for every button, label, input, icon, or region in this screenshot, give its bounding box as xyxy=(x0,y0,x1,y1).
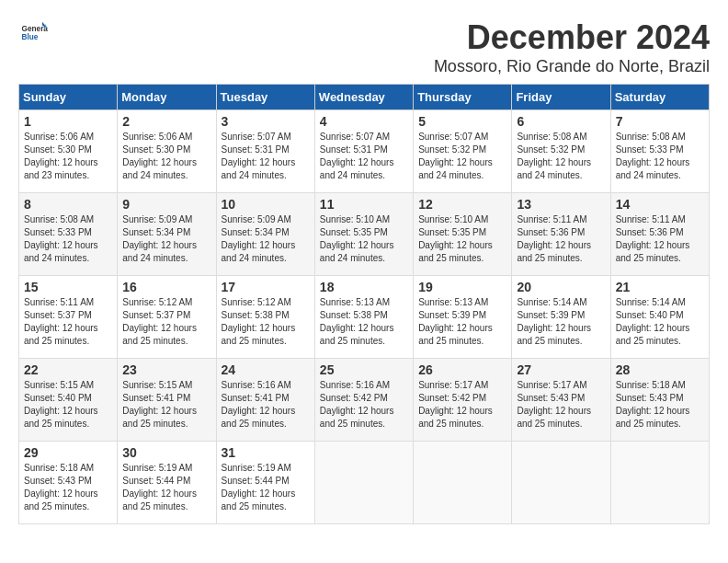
calendar-week-row: 1Sunrise: 5:06 AM Sunset: 5:30 PM Daylig… xyxy=(19,110,710,193)
day-info: Sunrise: 5:18 AM Sunset: 5:43 PM Dayligh… xyxy=(24,462,112,513)
day-info: Sunrise: 5:17 AM Sunset: 5:43 PM Dayligh… xyxy=(517,379,605,431)
table-row: 11Sunrise: 5:10 AM Sunset: 5:35 PM Dayli… xyxy=(314,193,413,276)
table-row: 26Sunrise: 5:17 AM Sunset: 5:42 PM Dayli… xyxy=(414,359,512,442)
day-number: 13 xyxy=(517,197,605,212)
table-row: 30Sunrise: 5:19 AM Sunset: 5:44 PM Dayli… xyxy=(118,442,216,524)
table-row: 5Sunrise: 5:07 AM Sunset: 5:32 PM Daylig… xyxy=(414,110,512,193)
table-row: 2Sunrise: 5:06 AM Sunset: 5:30 PM Daylig… xyxy=(118,110,216,193)
day-info: Sunrise: 5:14 AM Sunset: 5:39 PM Dayligh… xyxy=(517,296,605,348)
svg-text:Blue: Blue xyxy=(22,33,39,41)
day-info: Sunrise: 5:16 AM Sunset: 5:41 PM Dayligh… xyxy=(222,379,310,431)
calendar-header-row: Sunday Monday Tuesday Wednesday Thursday… xyxy=(19,85,710,110)
day-number: 10 xyxy=(222,197,310,212)
table-row: 7Sunrise: 5:08 AM Sunset: 5:33 PM Daylig… xyxy=(610,110,709,193)
day-info: Sunrise: 5:07 AM Sunset: 5:31 PM Dayligh… xyxy=(222,131,310,182)
table-row xyxy=(512,442,610,524)
day-info: Sunrise: 5:06 AM Sunset: 5:30 PM Dayligh… xyxy=(24,131,112,182)
day-info: Sunrise: 5:08 AM Sunset: 5:33 PM Dayligh… xyxy=(24,213,112,265)
day-info: Sunrise: 5:12 AM Sunset: 5:38 PM Dayligh… xyxy=(222,296,310,348)
calendar-week-row: 15Sunrise: 5:11 AM Sunset: 5:37 PM Dayli… xyxy=(19,276,710,359)
table-row: 8Sunrise: 5:08 AM Sunset: 5:33 PM Daylig… xyxy=(19,193,118,276)
day-info: Sunrise: 5:19 AM Sunset: 5:44 PM Dayligh… xyxy=(122,462,210,513)
table-row: 23Sunrise: 5:15 AM Sunset: 5:41 PM Dayli… xyxy=(118,359,216,442)
day-number: 5 xyxy=(418,114,506,129)
col-wednesday: Wednesday xyxy=(314,85,413,110)
table-row: 22Sunrise: 5:15 AM Sunset: 5:40 PM Dayli… xyxy=(19,359,118,442)
calendar-body: 1Sunrise: 5:06 AM Sunset: 5:30 PM Daylig… xyxy=(19,110,710,524)
col-saturday: Saturday xyxy=(610,85,709,110)
col-tuesday: Tuesday xyxy=(216,85,314,110)
calendar-table: Sunday Monday Tuesday Wednesday Thursday… xyxy=(18,84,710,524)
day-number: 1 xyxy=(24,114,112,129)
day-number: 8 xyxy=(24,197,112,212)
table-row: 21Sunrise: 5:14 AM Sunset: 5:40 PM Dayli… xyxy=(610,276,709,359)
table-row: 31Sunrise: 5:19 AM Sunset: 5:44 PM Dayli… xyxy=(216,442,314,524)
day-info: Sunrise: 5:07 AM Sunset: 5:31 PM Dayligh… xyxy=(320,131,408,182)
day-number: 12 xyxy=(418,197,506,212)
day-info: Sunrise: 5:15 AM Sunset: 5:40 PM Dayligh… xyxy=(24,379,112,431)
day-info: Sunrise: 5:15 AM Sunset: 5:41 PM Dayligh… xyxy=(122,379,210,431)
day-info: Sunrise: 5:09 AM Sunset: 5:34 PM Dayligh… xyxy=(222,213,310,265)
logo: General Blue xyxy=(18,18,48,46)
table-row: 1Sunrise: 5:06 AM Sunset: 5:30 PM Daylig… xyxy=(19,110,118,193)
table-row: 17Sunrise: 5:12 AM Sunset: 5:38 PM Dayli… xyxy=(216,276,314,359)
day-number: 2 xyxy=(122,114,210,129)
day-number: 16 xyxy=(122,280,210,294)
day-info: Sunrise: 5:10 AM Sunset: 5:35 PM Dayligh… xyxy=(418,213,506,265)
day-number: 3 xyxy=(222,114,310,129)
calendar-week-row: 22Sunrise: 5:15 AM Sunset: 5:40 PM Dayli… xyxy=(19,359,710,442)
day-info: Sunrise: 5:18 AM Sunset: 5:43 PM Dayligh… xyxy=(616,379,704,431)
day-number: 7 xyxy=(616,114,704,129)
day-number: 9 xyxy=(122,197,210,212)
table-row: 24Sunrise: 5:16 AM Sunset: 5:41 PM Dayli… xyxy=(216,359,314,442)
title-section: December 2024 Mossoro, Rio Grande do Nor… xyxy=(434,18,710,76)
page-subtitle: Mossoro, Rio Grande do Norte, Brazil xyxy=(434,57,710,76)
day-number: 23 xyxy=(122,362,210,377)
col-monday: Monday xyxy=(118,85,216,110)
day-info: Sunrise: 5:11 AM Sunset: 5:37 PM Dayligh… xyxy=(24,296,112,348)
logo-icon: General Blue xyxy=(20,18,48,46)
day-number: 4 xyxy=(320,114,408,129)
table-row: 15Sunrise: 5:11 AM Sunset: 5:37 PM Dayli… xyxy=(19,276,118,359)
col-sunday: Sunday xyxy=(19,85,118,110)
day-number: 17 xyxy=(222,280,310,294)
page-title: December 2024 xyxy=(434,18,710,57)
day-number: 26 xyxy=(418,362,506,377)
table-row: 10Sunrise: 5:09 AM Sunset: 5:34 PM Dayli… xyxy=(216,193,314,276)
day-info: Sunrise: 5:10 AM Sunset: 5:35 PM Dayligh… xyxy=(320,213,408,265)
day-number: 18 xyxy=(320,280,408,294)
day-number: 30 xyxy=(122,445,210,460)
day-info: Sunrise: 5:08 AM Sunset: 5:33 PM Dayligh… xyxy=(616,131,704,182)
table-row: 28Sunrise: 5:18 AM Sunset: 5:43 PM Dayli… xyxy=(610,359,709,442)
day-number: 28 xyxy=(616,362,704,377)
day-info: Sunrise: 5:12 AM Sunset: 5:37 PM Dayligh… xyxy=(122,296,210,348)
day-number: 21 xyxy=(616,280,704,294)
day-info: Sunrise: 5:06 AM Sunset: 5:30 PM Dayligh… xyxy=(122,131,210,182)
day-number: 15 xyxy=(24,280,112,294)
col-friday: Friday xyxy=(512,85,610,110)
table-row: 19Sunrise: 5:13 AM Sunset: 5:39 PM Dayli… xyxy=(414,276,512,359)
day-info: Sunrise: 5:09 AM Sunset: 5:34 PM Dayligh… xyxy=(122,213,210,265)
page-header: General Blue December 2024 Mossoro, Rio … xyxy=(18,18,710,76)
table-row: 4Sunrise: 5:07 AM Sunset: 5:31 PM Daylig… xyxy=(314,110,413,193)
day-number: 27 xyxy=(517,362,605,377)
day-number: 14 xyxy=(616,197,704,212)
calendar-week-row: 29Sunrise: 5:18 AM Sunset: 5:43 PM Dayli… xyxy=(19,442,710,524)
day-info: Sunrise: 5:17 AM Sunset: 5:42 PM Dayligh… xyxy=(418,379,506,431)
day-number: 6 xyxy=(517,114,605,129)
calendar-week-row: 8Sunrise: 5:08 AM Sunset: 5:33 PM Daylig… xyxy=(19,193,710,276)
day-info: Sunrise: 5:11 AM Sunset: 5:36 PM Dayligh… xyxy=(616,213,704,265)
day-number: 11 xyxy=(320,197,408,212)
day-info: Sunrise: 5:11 AM Sunset: 5:36 PM Dayligh… xyxy=(517,213,605,265)
table-row xyxy=(610,442,709,524)
day-number: 29 xyxy=(24,445,112,460)
day-info: Sunrise: 5:08 AM Sunset: 5:32 PM Dayligh… xyxy=(517,131,605,182)
day-info: Sunrise: 5:14 AM Sunset: 5:40 PM Dayligh… xyxy=(616,296,704,348)
day-number: 22 xyxy=(24,362,112,377)
table-row xyxy=(414,442,512,524)
table-row: 13Sunrise: 5:11 AM Sunset: 5:36 PM Dayli… xyxy=(512,193,610,276)
table-row: 27Sunrise: 5:17 AM Sunset: 5:43 PM Dayli… xyxy=(512,359,610,442)
table-row: 12Sunrise: 5:10 AM Sunset: 5:35 PM Dayli… xyxy=(414,193,512,276)
day-number: 19 xyxy=(418,280,506,294)
day-info: Sunrise: 5:13 AM Sunset: 5:38 PM Dayligh… xyxy=(320,296,408,348)
